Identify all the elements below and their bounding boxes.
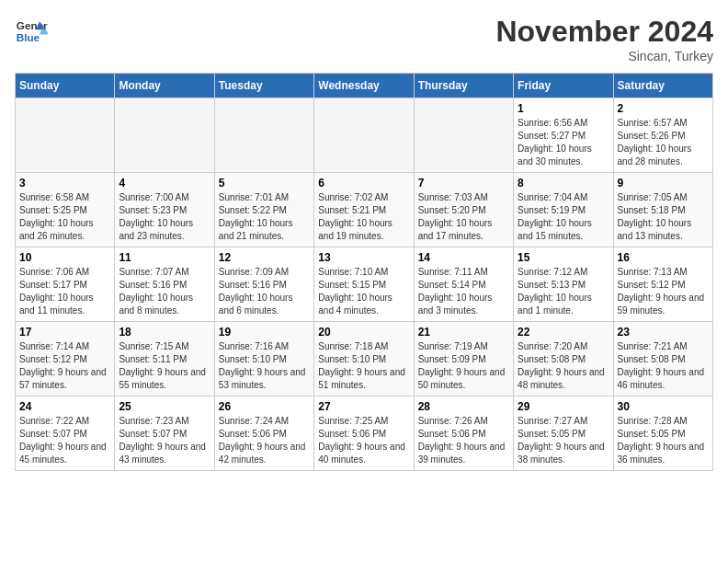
weekday-header-sunday: Sunday xyxy=(16,74,115,98)
day-cell-7: 7Sunrise: 7:03 AM Sunset: 5:20 PM Daylig… xyxy=(414,173,513,247)
day-cell-14: 14Sunrise: 7:11 AM Sunset: 5:14 PM Dayli… xyxy=(414,247,513,322)
day-number-7: 7 xyxy=(418,177,509,190)
day-cell-19: 19Sunrise: 7:16 AM Sunset: 5:10 PM Dayli… xyxy=(214,322,313,396)
day-number-23: 23 xyxy=(618,326,709,339)
day-info-11: Sunrise: 7:07 AM Sunset: 5:16 PM Dayligh… xyxy=(119,266,210,317)
day-info-28: Sunrise: 7:26 AM Sunset: 5:06 PM Dayligh… xyxy=(418,415,509,466)
day-info-29: Sunrise: 7:27 AM Sunset: 5:05 PM Dayligh… xyxy=(518,415,609,466)
day-cell-8: 8Sunrise: 7:04 AM Sunset: 5:19 PM Daylig… xyxy=(514,173,613,247)
day-number-3: 3 xyxy=(19,177,110,190)
day-info-1: Sunrise: 6:56 AM Sunset: 5:27 PM Dayligh… xyxy=(518,117,609,168)
day-info-4: Sunrise: 7:00 AM Sunset: 5:23 PM Dayligh… xyxy=(119,191,210,243)
day-cell-29: 29Sunrise: 7:27 AM Sunset: 5:05 PM Dayli… xyxy=(514,396,613,471)
day-info-5: Sunrise: 7:01 AM Sunset: 5:22 PM Dayligh… xyxy=(219,191,310,243)
day-cell-22: 22Sunrise: 7:20 AM Sunset: 5:08 PM Dayli… xyxy=(514,322,613,396)
day-cell-21: 21Sunrise: 7:19 AM Sunset: 5:09 PM Dayli… xyxy=(414,322,513,396)
day-number-9: 9 xyxy=(618,177,709,190)
day-cell-13: 13Sunrise: 7:10 AM Sunset: 5:15 PM Dayli… xyxy=(314,247,414,322)
day-info-7: Sunrise: 7:03 AM Sunset: 5:20 PM Dayligh… xyxy=(418,191,509,243)
day-cell-26: 26Sunrise: 7:24 AM Sunset: 5:06 PM Dayli… xyxy=(214,396,313,471)
day-info-10: Sunrise: 7:06 AM Sunset: 5:17 PM Dayligh… xyxy=(19,266,110,317)
day-number-8: 8 xyxy=(518,177,609,190)
day-cell-1: 1Sunrise: 6:56 AM Sunset: 5:27 PM Daylig… xyxy=(514,98,613,173)
day-cell-6: 6Sunrise: 7:02 AM Sunset: 5:21 PM Daylig… xyxy=(314,173,414,247)
day-info-8: Sunrise: 7:04 AM Sunset: 5:19 PM Dayligh… xyxy=(518,191,609,243)
day-number-12: 12 xyxy=(219,251,310,264)
day-number-19: 19 xyxy=(219,326,310,339)
day-number-5: 5 xyxy=(219,177,310,190)
day-cell-5: 5Sunrise: 7:01 AM Sunset: 5:22 PM Daylig… xyxy=(214,173,313,247)
day-cell-9: 9Sunrise: 7:05 AM Sunset: 5:18 PM Daylig… xyxy=(613,173,712,247)
day-number-17: 17 xyxy=(19,326,110,339)
day-number-10: 10 xyxy=(19,251,110,264)
day-info-21: Sunrise: 7:19 AM Sunset: 5:09 PM Dayligh… xyxy=(418,340,509,392)
day-info-2: Sunrise: 6:57 AM Sunset: 5:26 PM Dayligh… xyxy=(618,117,709,168)
day-info-25: Sunrise: 7:23 AM Sunset: 5:07 PM Dayligh… xyxy=(119,415,210,466)
logo-icon: General Blue xyxy=(15,15,48,48)
day-cell-12: 12Sunrise: 7:09 AM Sunset: 5:16 PM Dayli… xyxy=(214,247,313,322)
calendar-table: SundayMondayTuesdayWednesdayThursdayFrid… xyxy=(15,73,713,471)
weekday-header-tuesday: Tuesday xyxy=(214,74,313,98)
day-cell-10: 10Sunrise: 7:06 AM Sunset: 5:17 PM Dayli… xyxy=(16,247,115,322)
svg-text:Blue: Blue xyxy=(17,31,40,43)
day-cell-20: 20Sunrise: 7:18 AM Sunset: 5:10 PM Dayli… xyxy=(314,322,414,396)
day-info-12: Sunrise: 7:09 AM Sunset: 5:16 PM Dayligh… xyxy=(219,266,310,317)
day-number-11: 11 xyxy=(119,251,210,264)
day-cell-24: 24Sunrise: 7:22 AM Sunset: 5:07 PM Dayli… xyxy=(16,396,115,471)
weekday-header-wednesday: Wednesday xyxy=(314,74,414,98)
day-info-20: Sunrise: 7:18 AM Sunset: 5:10 PM Dayligh… xyxy=(318,340,409,392)
day-cell-25: 25Sunrise: 7:23 AM Sunset: 5:07 PM Dayli… xyxy=(115,396,214,471)
day-info-15: Sunrise: 7:12 AM Sunset: 5:13 PM Dayligh… xyxy=(518,266,609,317)
day-number-16: 16 xyxy=(618,251,709,264)
day-number-4: 4 xyxy=(119,177,210,190)
day-info-9: Sunrise: 7:05 AM Sunset: 5:18 PM Dayligh… xyxy=(618,191,709,243)
page-header: General Blue November 2024 Sincan, Turke… xyxy=(15,15,713,63)
day-number-2: 2 xyxy=(618,102,709,115)
day-number-20: 20 xyxy=(318,326,409,339)
day-number-1: 1 xyxy=(518,102,609,115)
day-info-26: Sunrise: 7:24 AM Sunset: 5:06 PM Dayligh… xyxy=(219,415,310,466)
day-number-13: 13 xyxy=(318,251,409,264)
weekday-header-row: SundayMondayTuesdayWednesdayThursdayFrid… xyxy=(16,74,713,98)
day-cell-2: 2Sunrise: 6:57 AM Sunset: 5:26 PM Daylig… xyxy=(613,98,712,173)
day-number-26: 26 xyxy=(219,400,310,413)
week-row-1: 1Sunrise: 6:56 AM Sunset: 5:27 PM Daylig… xyxy=(16,98,713,173)
day-info-14: Sunrise: 7:11 AM Sunset: 5:14 PM Dayligh… xyxy=(418,266,509,317)
day-number-21: 21 xyxy=(418,326,509,339)
logo: General Blue xyxy=(15,15,48,48)
day-cell-16: 16Sunrise: 7:13 AM Sunset: 5:12 PM Dayli… xyxy=(613,247,712,322)
day-info-24: Sunrise: 7:22 AM Sunset: 5:07 PM Dayligh… xyxy=(19,415,110,466)
day-info-18: Sunrise: 7:15 AM Sunset: 5:11 PM Dayligh… xyxy=(119,340,210,392)
empty-cell xyxy=(214,98,313,173)
day-number-29: 29 xyxy=(518,400,609,413)
empty-cell xyxy=(16,98,115,173)
day-info-17: Sunrise: 7:14 AM Sunset: 5:12 PM Dayligh… xyxy=(19,340,110,392)
day-number-25: 25 xyxy=(119,400,210,413)
empty-cell xyxy=(414,98,513,173)
empty-cell xyxy=(115,98,214,173)
day-info-23: Sunrise: 7:21 AM Sunset: 5:08 PM Dayligh… xyxy=(618,340,709,392)
day-cell-4: 4Sunrise: 7:00 AM Sunset: 5:23 PM Daylig… xyxy=(115,173,214,247)
location: Sincan, Turkey xyxy=(495,49,713,63)
day-number-28: 28 xyxy=(418,400,509,413)
weekday-header-saturday: Saturday xyxy=(613,74,712,98)
day-cell-17: 17Sunrise: 7:14 AM Sunset: 5:12 PM Dayli… xyxy=(16,322,115,396)
week-row-2: 3Sunrise: 6:58 AM Sunset: 5:25 PM Daylig… xyxy=(16,173,713,247)
day-number-6: 6 xyxy=(318,177,409,190)
empty-cell xyxy=(314,98,414,173)
day-info-22: Sunrise: 7:20 AM Sunset: 5:08 PM Dayligh… xyxy=(518,340,609,392)
day-number-27: 27 xyxy=(318,400,409,413)
weekday-header-friday: Friday xyxy=(514,74,613,98)
day-number-22: 22 xyxy=(518,326,609,339)
day-cell-28: 28Sunrise: 7:26 AM Sunset: 5:06 PM Dayli… xyxy=(414,396,513,471)
week-row-3: 10Sunrise: 7:06 AM Sunset: 5:17 PM Dayli… xyxy=(16,247,713,322)
month-title: November 2024 xyxy=(495,15,713,49)
day-cell-23: 23Sunrise: 7:21 AM Sunset: 5:08 PM Dayli… xyxy=(613,322,712,396)
day-cell-30: 30Sunrise: 7:28 AM Sunset: 5:05 PM Dayli… xyxy=(613,396,712,471)
day-info-30: Sunrise: 7:28 AM Sunset: 5:05 PM Dayligh… xyxy=(618,415,709,466)
day-cell-18: 18Sunrise: 7:15 AM Sunset: 5:11 PM Dayli… xyxy=(115,322,214,396)
day-info-16: Sunrise: 7:13 AM Sunset: 5:12 PM Dayligh… xyxy=(618,266,709,317)
day-number-14: 14 xyxy=(418,251,509,264)
day-info-19: Sunrise: 7:16 AM Sunset: 5:10 PM Dayligh… xyxy=(219,340,310,392)
day-cell-3: 3Sunrise: 6:58 AM Sunset: 5:25 PM Daylig… xyxy=(16,173,115,247)
